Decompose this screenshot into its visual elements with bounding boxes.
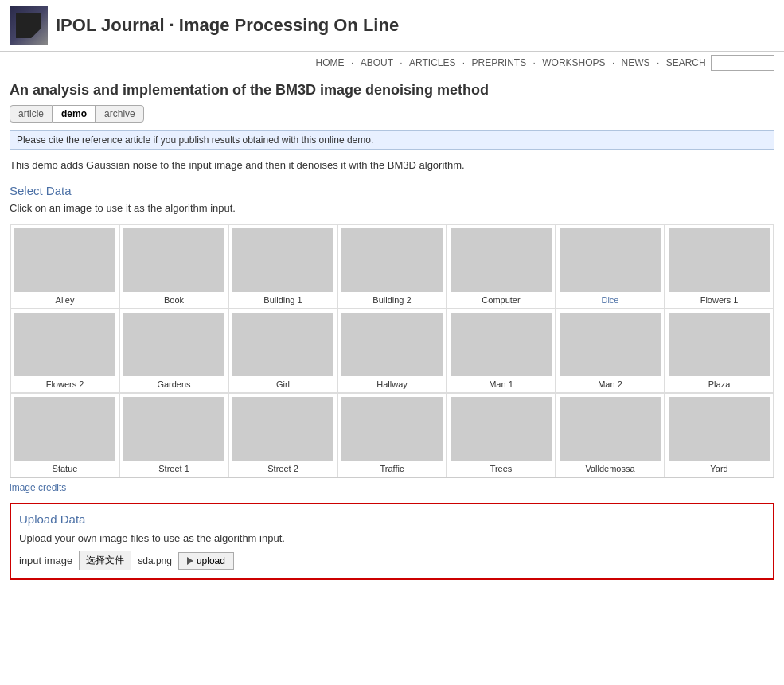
- image-label: Computer: [451, 295, 552, 305]
- image-label: Flowers 1: [669, 295, 770, 305]
- image-label: Hallway: [341, 379, 443, 389]
- image-thumbnail: [232, 313, 333, 376]
- select-data-heading: Select Data: [10, 184, 774, 197]
- site-title: IPOL Journal · Image Processing On Line: [56, 15, 399, 36]
- nav-preprints[interactable]: PREPRINTS: [472, 57, 527, 68]
- image-cell-flowers-1[interactable]: Flowers 1: [665, 224, 774, 309]
- image-credits: image credits: [0, 478, 784, 496]
- image-cell-plaza[interactable]: Plaza: [665, 309, 774, 393]
- input-image-label: input image: [19, 555, 72, 566]
- nav-bar: HOME · ABOUT · ARTICLES · PREPRINTS · WO…: [0, 52, 784, 74]
- image-cell-yard[interactable]: Yard: [665, 393, 774, 477]
- image-label: Dice: [560, 295, 661, 305]
- image-label: Man 1: [451, 379, 552, 389]
- select-data-instruction: Click on an image to use it as the algor…: [10, 202, 774, 214]
- image-label: Traffic: [341, 464, 443, 473]
- upload-description: Upload your own image files to use as th…: [19, 532, 765, 544]
- info-bar-text: Please cite the reference article if you…: [17, 134, 373, 146]
- nav-sep1: ·: [351, 57, 353, 68]
- image-cell-flowers-2[interactable]: Flowers 2: [10, 309, 119, 393]
- nav-sep4: ·: [533, 57, 536, 68]
- image-thumbnail: [669, 228, 770, 292]
- image-thumbnail: [123, 313, 224, 376]
- image-thumbnail: [232, 397, 333, 461]
- image-thumbnail: [14, 397, 115, 461]
- image-label: Man 2: [560, 379, 661, 389]
- upload-heading: Upload Data: [19, 512, 765, 526]
- image-cell-dice[interactable]: Dice: [556, 224, 665, 309]
- image-cell-alley[interactable]: Alley: [10, 224, 119, 309]
- image-label: Gardens: [123, 379, 224, 389]
- image-label: Trees: [451, 464, 552, 473]
- image-thumbnail: [669, 313, 770, 376]
- image-label: Girl: [232, 379, 333, 389]
- image-cell-hallway[interactable]: Hallway: [337, 309, 447, 393]
- upload-button[interactable]: upload: [178, 552, 234, 570]
- image-cell-computer[interactable]: Computer: [447, 224, 556, 309]
- image-grid-container[interactable]: AlleyBookBuilding 1Building 2ComputerDic…: [10, 224, 774, 478]
- image-thumbnail: [451, 397, 552, 461]
- tab-demo[interactable]: demo: [53, 105, 96, 123]
- image-label: Street 2: [232, 464, 333, 473]
- upload-button-label: upload: [197, 555, 225, 566]
- image-thumbnail: [232, 228, 333, 292]
- image-label: Building 1: [232, 295, 333, 305]
- choose-file-button[interactable]: 选择文件: [79, 551, 131, 570]
- nav-articles[interactable]: ARTICLES: [409, 57, 455, 68]
- image-cell-building-2[interactable]: Building 2: [337, 224, 447, 309]
- nav-workshops[interactable]: WORKSHOPS: [542, 57, 605, 68]
- search-input[interactable]: [711, 55, 774, 71]
- description-text: This demo adds Gaussian noise to the inp…: [0, 154, 784, 176]
- select-data-section: Select Data Click on an image to use it …: [0, 176, 784, 224]
- image-grid: AlleyBookBuilding 1Building 2ComputerDic…: [10, 224, 774, 477]
- image-thumbnail: [123, 228, 224, 292]
- nav-sep2: ·: [400, 57, 402, 68]
- upload-section: Upload Data Upload your own image files …: [10, 503, 774, 580]
- image-cell-street-2[interactable]: Street 2: [228, 393, 337, 477]
- image-label: Valldemossa: [560, 464, 661, 473]
- image-label: Plaza: [669, 379, 770, 389]
- image-cell-building-1[interactable]: Building 1: [228, 224, 337, 309]
- image-thumbnail: [341, 228, 443, 292]
- file-name-display: sda.png: [138, 555, 172, 566]
- image-thumbnail: [14, 313, 115, 376]
- image-cell-trees[interactable]: Trees: [447, 393, 556, 477]
- nav-news[interactable]: NEWS: [622, 57, 650, 68]
- image-cell-traffic[interactable]: Traffic: [337, 393, 447, 477]
- image-cell-valldemossa[interactable]: Valldemossa: [556, 393, 665, 477]
- nav-about[interactable]: ABOUT: [361, 57, 393, 68]
- image-thumbnail: [341, 397, 443, 461]
- image-label: Statue: [14, 464, 115, 473]
- image-cell-man-2[interactable]: Man 2: [556, 309, 665, 393]
- nav-home[interactable]: HOME: [316, 57, 345, 68]
- nav-search-link[interactable]: SEARCH: [666, 57, 706, 68]
- tab-article[interactable]: article: [10, 105, 53, 123]
- image-cell-statue[interactable]: Statue: [10, 393, 119, 477]
- image-thumbnail: [560, 397, 661, 461]
- image-label: Building 2: [341, 295, 443, 305]
- tab-archive[interactable]: archive: [96, 105, 144, 123]
- image-thumbnail: [451, 228, 552, 292]
- image-thumbnail: [669, 397, 770, 461]
- site-logo: [10, 6, 48, 45]
- image-cell-girl[interactable]: Girl: [228, 309, 337, 393]
- image-label: Book: [123, 295, 224, 305]
- image-label-link[interactable]: Dice: [601, 295, 618, 305]
- image-cell-book[interactable]: Book: [119, 224, 228, 309]
- tab-bar: article demo archive: [0, 102, 784, 126]
- page-title: An analysis and implementation of the BM…: [0, 74, 784, 102]
- page-header: IPOL Journal · Image Processing On Line: [0, 0, 784, 52]
- image-cell-street-1[interactable]: Street 1: [119, 393, 228, 477]
- image-thumbnail: [14, 228, 115, 292]
- image-label: Yard: [669, 464, 770, 473]
- image-cell-man-1[interactable]: Man 1: [447, 309, 556, 393]
- image-credits-link[interactable]: image credits: [10, 482, 66, 493]
- nav-sep6: ·: [657, 57, 659, 68]
- image-label: Alley: [14, 295, 115, 305]
- info-bar: Please cite the reference article if you…: [10, 130, 774, 150]
- image-thumbnail: [560, 313, 661, 376]
- image-label: Street 1: [123, 464, 224, 473]
- image-cell-gardens[interactable]: Gardens: [119, 309, 228, 393]
- upload-row: input image 选择文件 sda.png upload: [19, 551, 765, 570]
- upload-arrow-icon: [187, 557, 193, 565]
